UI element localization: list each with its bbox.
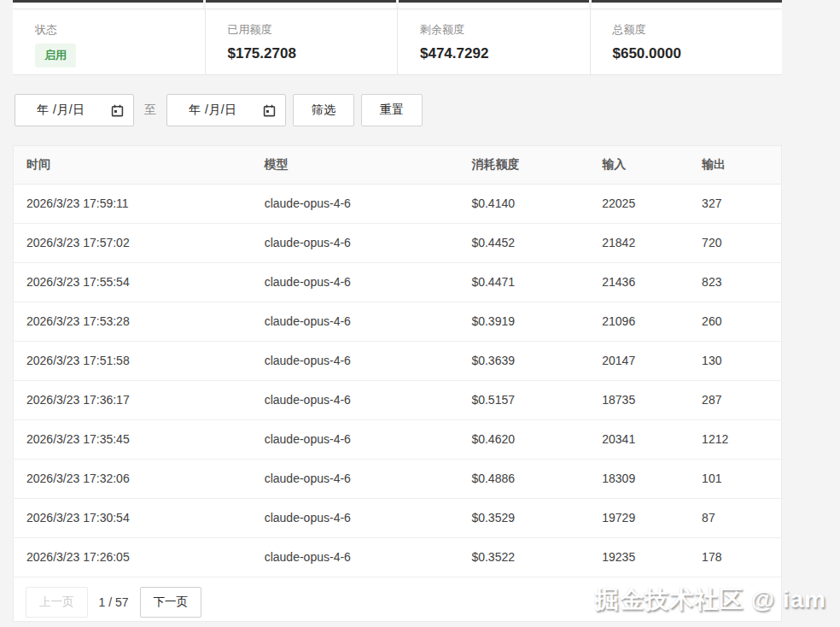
strip-segment bbox=[13, 0, 203, 9]
table-cell: 823 bbox=[689, 262, 781, 302]
stat-card: 状态 启用 bbox=[13, 9, 205, 74]
table-cell: $0.4140 bbox=[458, 184, 589, 223]
table-row: 2026/3/23 17:57:02claude-opus-4-6$0.4452… bbox=[14, 223, 781, 262]
pagination: 上一页 1 / 57 下一页 bbox=[14, 577, 781, 627]
table-cell: 2026/3/23 17:32:06 bbox=[14, 459, 252, 498]
table-cell: 19235 bbox=[589, 537, 689, 577]
quota-stats-row: 状态 启用 已用额度 $175.2708 剩余额度 $474.7292 总额度 … bbox=[13, 9, 782, 75]
table-cell: $0.4471 bbox=[458, 262, 589, 302]
table-row: 2026/3/23 17:51:58claude-opus-4-6$0.3639… bbox=[14, 341, 781, 380]
start-date-input[interactable]: 年 /月/日 bbox=[15, 94, 134, 126]
end-date-placeholder: 年 /月/日 bbox=[189, 103, 237, 118]
table-cell: 2026/3/23 17:53:28 bbox=[14, 302, 252, 341]
table-cell: 19729 bbox=[589, 498, 689, 537]
prev-page-button[interactable]: 上一页 bbox=[26, 587, 88, 618]
table-header-row: 时间模型消耗额度输入输出 bbox=[14, 146, 781, 184]
usage-table: 时间模型消耗额度输入输出 2026/3/23 17:59:11claude-op… bbox=[14, 146, 781, 577]
next-page-button[interactable]: 下一页 bbox=[140, 587, 202, 618]
date-range-separator: 至 bbox=[144, 103, 156, 118]
table-cell: 720 bbox=[689, 223, 781, 262]
column-header: 输入 bbox=[589, 146, 689, 184]
usage-dashboard-page: 状态 启用 已用额度 $175.2708 剩余额度 $474.7292 总额度 … bbox=[0, 0, 840, 627]
table-cell: claude-opus-4-6 bbox=[252, 537, 459, 577]
table-cell: 21842 bbox=[589, 223, 689, 262]
table-row: 2026/3/23 17:26:05claude-opus-4-6$0.3522… bbox=[14, 537, 781, 577]
table-cell: 2026/3/23 17:51:58 bbox=[14, 341, 252, 380]
table-cell: 87 bbox=[689, 498, 781, 537]
stat-value: $474.7292 bbox=[420, 45, 568, 62]
reset-button[interactable]: 重置 bbox=[361, 94, 423, 126]
strip-segment bbox=[399, 0, 589, 9]
usage-table-body: 2026/3/23 17:59:11claude-opus-4-6$0.4140… bbox=[14, 184, 781, 577]
filter-button[interactable]: 筛选 bbox=[293, 94, 354, 126]
table-cell: claude-opus-4-6 bbox=[252, 459, 459, 498]
stat-label: 总额度 bbox=[613, 22, 761, 38]
table-cell: $0.4886 bbox=[458, 459, 589, 498]
stat-card: 总额度 $650.0000 bbox=[590, 9, 783, 74]
column-header: 消耗额度 bbox=[458, 146, 589, 184]
table-cell: 2026/3/23 17:35:45 bbox=[14, 419, 252, 459]
stat-value: $175.2708 bbox=[228, 45, 376, 62]
table-cell: 1212 bbox=[689, 419, 781, 459]
table-cell: $0.5157 bbox=[458, 380, 589, 419]
stat-label: 状态 bbox=[35, 22, 183, 38]
table-cell: $0.4620 bbox=[458, 419, 589, 459]
calendar-icon[interactable] bbox=[263, 104, 276, 117]
stat-card: 已用额度 $175.2708 bbox=[205, 9, 398, 74]
table-cell: 2026/3/23 17:57:02 bbox=[14, 223, 252, 262]
table-cell: $0.3639 bbox=[458, 341, 589, 380]
end-date-input[interactable]: 年 /月/日 bbox=[166, 94, 286, 126]
table-cell: 2026/3/23 17:59:11 bbox=[14, 184, 252, 223]
usage-table-card: 时间模型消耗额度输入输出 2026/3/23 17:59:11claude-op… bbox=[13, 145, 782, 622]
table-row: 2026/3/23 17:35:45claude-opus-4-6$0.4620… bbox=[14, 419, 781, 459]
table-cell: $0.3529 bbox=[458, 498, 589, 537]
table-cell: claude-opus-4-6 bbox=[252, 498, 459, 537]
table-cell: 18735 bbox=[589, 380, 689, 419]
table-cell: 2026/3/23 17:36:17 bbox=[14, 380, 252, 419]
table-row: 2026/3/23 17:30:54claude-opus-4-6$0.3529… bbox=[14, 498, 781, 537]
table-cell: claude-opus-4-6 bbox=[252, 262, 459, 302]
table-cell: 21436 bbox=[589, 262, 689, 302]
table-row: 2026/3/23 17:36:17claude-opus-4-6$0.5157… bbox=[14, 380, 781, 419]
table-cell: claude-opus-4-6 bbox=[252, 302, 459, 341]
table-cell: 130 bbox=[689, 341, 781, 380]
table-cell: 22025 bbox=[589, 184, 689, 223]
status-badge: 启用 bbox=[35, 44, 76, 67]
date-filter-bar: 年 /月/日 至 年 /月/日 筛选 bbox=[15, 94, 423, 126]
strip-segment bbox=[206, 0, 396, 9]
stat-label: 剩余额度 bbox=[420, 22, 568, 38]
table-cell: 260 bbox=[689, 302, 781, 341]
table-cell: 2026/3/23 17:30:54 bbox=[14, 498, 252, 537]
table-cell: claude-opus-4-6 bbox=[252, 184, 459, 223]
column-header: 模型 bbox=[252, 146, 459, 184]
table-cell: $0.4452 bbox=[458, 223, 589, 262]
table-cell: $0.3919 bbox=[458, 302, 589, 341]
stat-value: $650.0000 bbox=[613, 45, 761, 62]
calendar-icon[interactable] bbox=[111, 104, 124, 117]
start-date-placeholder: 年 /月/日 bbox=[37, 103, 85, 118]
table-cell: 101 bbox=[689, 459, 781, 498]
cropped-cards-strip bbox=[13, 0, 782, 9]
table-cell: claude-opus-4-6 bbox=[252, 380, 459, 419]
table-row: 2026/3/23 17:53:28claude-opus-4-6$0.3919… bbox=[14, 302, 781, 341]
column-header: 时间 bbox=[14, 146, 252, 184]
table-row: 2026/3/23 17:59:11claude-opus-4-6$0.4140… bbox=[14, 184, 781, 223]
stat-label: 已用额度 bbox=[228, 22, 376, 38]
table-cell: 327 bbox=[689, 184, 781, 223]
table-cell: 20147 bbox=[589, 341, 689, 380]
table-row: 2026/3/23 17:55:54claude-opus-4-6$0.4471… bbox=[14, 262, 781, 302]
table-cell: 18309 bbox=[589, 459, 689, 498]
table-cell: claude-opus-4-6 bbox=[252, 419, 459, 459]
table-cell: claude-opus-4-6 bbox=[252, 341, 459, 380]
table-cell: 20341 bbox=[589, 419, 689, 459]
table-cell: 178 bbox=[689, 537, 781, 577]
strip-segment bbox=[592, 0, 782, 9]
page-indicator: 1 / 57 bbox=[99, 595, 129, 609]
table-cell: claude-opus-4-6 bbox=[252, 223, 459, 262]
table-row: 2026/3/23 17:32:06claude-opus-4-6$0.4886… bbox=[14, 459, 781, 498]
stat-card: 剩余额度 $474.7292 bbox=[397, 9, 590, 74]
table-cell: 287 bbox=[689, 380, 781, 419]
table-cell: $0.3522 bbox=[458, 537, 589, 577]
table-cell: 21096 bbox=[589, 302, 689, 341]
table-cell: 2026/3/23 17:55:54 bbox=[14, 262, 252, 302]
